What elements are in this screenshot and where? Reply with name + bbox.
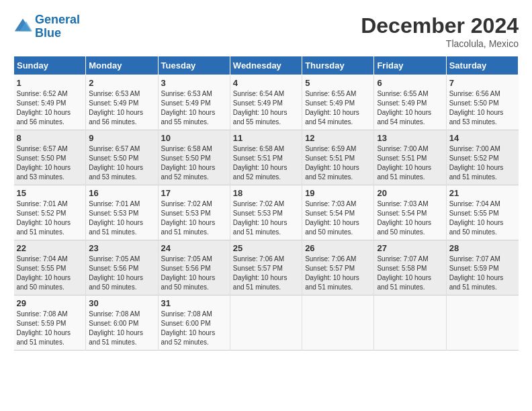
calendar-day-cell xyxy=(230,295,302,351)
calendar-week-row: 22Sunrise: 7:04 AMSunset: 5:55 PMDayligh… xyxy=(14,240,519,295)
calendar-day-cell: 18Sunrise: 7:02 AMSunset: 5:53 PMDayligh… xyxy=(230,185,302,240)
day-number: 2 xyxy=(89,78,154,88)
day-info: Sunrise: 6:58 AMSunset: 5:50 PMDaylight:… xyxy=(161,144,227,182)
calendar-day-cell: 10Sunrise: 6:58 AMSunset: 5:50 PMDayligh… xyxy=(158,130,230,185)
location: Tlacolula, Mexico xyxy=(361,38,519,49)
calendar-day-cell: 9Sunrise: 6:57 AMSunset: 5:50 PMDaylight… xyxy=(86,130,158,185)
calendar-day-cell: 3Sunrise: 6:53 AMSunset: 5:49 PMDaylight… xyxy=(158,75,230,130)
day-info: Sunrise: 7:04 AMSunset: 5:55 PMDaylight:… xyxy=(449,199,516,237)
day-info: Sunrise: 6:54 AMSunset: 5:49 PMDaylight:… xyxy=(233,89,299,127)
logo-text: General Blue xyxy=(35,13,80,40)
day-info: Sunrise: 7:02 AMSunset: 5:53 PMDaylight:… xyxy=(161,199,227,237)
day-info: Sunrise: 7:08 AMSunset: 6:00 PMDaylight:… xyxy=(161,310,227,347)
day-info: Sunrise: 7:08 AMSunset: 6:00 PMDaylight:… xyxy=(89,310,154,347)
day-info: Sunrise: 7:00 AMSunset: 5:51 PMDaylight:… xyxy=(377,144,443,182)
day-number: 9 xyxy=(89,133,154,143)
day-info: Sunrise: 6:55 AMSunset: 5:49 PMDaylight:… xyxy=(305,89,371,127)
day-number: 12 xyxy=(305,133,371,143)
header-tuesday: Tuesday xyxy=(158,56,230,75)
day-info: Sunrise: 6:53 AMSunset: 5:49 PMDaylight:… xyxy=(161,89,227,127)
calendar-day-cell: 17Sunrise: 7:02 AMSunset: 5:53 PMDayligh… xyxy=(158,185,230,240)
logo: General Blue xyxy=(13,13,80,40)
calendar-day-cell: 19Sunrise: 7:03 AMSunset: 5:54 PMDayligh… xyxy=(302,185,374,240)
calendar-day-cell: 26Sunrise: 7:06 AMSunset: 5:57 PMDayligh… xyxy=(302,240,374,295)
calendar-day-cell: 4Sunrise: 6:54 AMSunset: 5:49 PMDaylight… xyxy=(230,75,302,130)
calendar-day-cell xyxy=(302,295,374,351)
day-number: 30 xyxy=(89,298,154,308)
day-info: Sunrise: 7:05 AMSunset: 5:56 PMDaylight:… xyxy=(89,255,154,292)
calendar-day-cell: 1Sunrise: 6:52 AMSunset: 5:49 PMDaylight… xyxy=(14,75,86,130)
title-block: December 2024 Tlacolula, Mexico xyxy=(361,13,519,49)
day-number: 17 xyxy=(161,188,227,198)
logo-icon xyxy=(13,17,32,36)
page-header: General Blue December 2024 Tlacolula, Me… xyxy=(13,13,519,49)
calendar-day-cell xyxy=(374,295,446,351)
calendar-day-cell xyxy=(446,295,518,351)
day-info: Sunrise: 7:04 AMSunset: 5:55 PMDaylight:… xyxy=(17,255,83,292)
day-number: 14 xyxy=(449,133,516,143)
calendar-day-cell: 11Sunrise: 6:58 AMSunset: 5:51 PMDayligh… xyxy=(230,130,302,185)
day-info: Sunrise: 7:02 AMSunset: 5:53 PMDaylight:… xyxy=(233,199,299,237)
calendar-day-cell: 24Sunrise: 7:05 AMSunset: 5:56 PMDayligh… xyxy=(158,240,230,295)
calendar-day-cell: 21Sunrise: 7:04 AMSunset: 5:55 PMDayligh… xyxy=(446,185,518,240)
day-number: 27 xyxy=(377,243,443,253)
header-monday: Monday xyxy=(86,56,158,75)
day-number: 31 xyxy=(161,298,227,308)
day-number: 28 xyxy=(449,243,516,253)
day-number: 3 xyxy=(161,78,227,88)
day-number: 15 xyxy=(17,188,83,198)
day-info: Sunrise: 6:55 AMSunset: 5:49 PMDaylight:… xyxy=(377,89,443,127)
day-info: Sunrise: 7:03 AMSunset: 5:54 PMDaylight:… xyxy=(377,199,443,237)
day-info: Sunrise: 6:59 AMSunset: 5:51 PMDaylight:… xyxy=(305,144,371,182)
calendar-day-cell: 16Sunrise: 7:01 AMSunset: 5:53 PMDayligh… xyxy=(86,185,158,240)
day-info: Sunrise: 7:03 AMSunset: 5:54 PMDaylight:… xyxy=(305,199,371,237)
day-info: Sunrise: 7:07 AMSunset: 5:58 PMDaylight:… xyxy=(377,255,443,292)
calendar-day-cell: 29Sunrise: 7:08 AMSunset: 5:59 PMDayligh… xyxy=(14,295,86,351)
day-info: Sunrise: 6:57 AMSunset: 5:50 PMDaylight:… xyxy=(89,144,154,182)
day-info: Sunrise: 6:57 AMSunset: 5:50 PMDaylight:… xyxy=(17,144,83,182)
day-number: 20 xyxy=(377,188,443,198)
day-info: Sunrise: 7:05 AMSunset: 5:56 PMDaylight:… xyxy=(161,255,227,292)
day-number: 1 xyxy=(17,78,83,88)
header-thursday: Thursday xyxy=(302,56,374,75)
day-number: 7 xyxy=(449,78,516,88)
calendar-day-cell: 12Sunrise: 6:59 AMSunset: 5:51 PMDayligh… xyxy=(302,130,374,185)
calendar-day-cell: 22Sunrise: 7:04 AMSunset: 5:55 PMDayligh… xyxy=(14,240,86,295)
day-number: 10 xyxy=(161,133,227,143)
calendar-day-cell: 23Sunrise: 7:05 AMSunset: 5:56 PMDayligh… xyxy=(86,240,158,295)
calendar-table: Sunday Monday Tuesday Wednesday Thursday… xyxy=(13,56,519,351)
day-info: Sunrise: 7:08 AMSunset: 5:59 PMDaylight:… xyxy=(17,310,83,347)
calendar-day-cell: 6Sunrise: 6:55 AMSunset: 5:49 PMDaylight… xyxy=(374,75,446,130)
calendar-week-row: 1Sunrise: 6:52 AMSunset: 5:49 PMDaylight… xyxy=(14,75,519,130)
day-info: Sunrise: 7:00 AMSunset: 5:52 PMDaylight:… xyxy=(449,144,516,182)
day-number: 11 xyxy=(233,133,299,143)
day-number: 18 xyxy=(233,188,299,198)
calendar-day-cell: 27Sunrise: 7:07 AMSunset: 5:58 PMDayligh… xyxy=(374,240,446,295)
calendar-day-cell: 30Sunrise: 7:08 AMSunset: 6:00 PMDayligh… xyxy=(86,295,158,351)
day-number: 22 xyxy=(17,243,83,253)
calendar-week-row: 8Sunrise: 6:57 AMSunset: 5:50 PMDaylight… xyxy=(14,130,519,185)
calendar-day-cell: 20Sunrise: 7:03 AMSunset: 5:54 PMDayligh… xyxy=(374,185,446,240)
calendar-day-cell: 25Sunrise: 7:06 AMSunset: 5:57 PMDayligh… xyxy=(230,240,302,295)
day-info: Sunrise: 6:56 AMSunset: 5:50 PMDaylight:… xyxy=(449,89,516,127)
day-info: Sunrise: 6:52 AMSunset: 5:49 PMDaylight:… xyxy=(17,89,83,127)
day-info: Sunrise: 7:01 AMSunset: 5:52 PMDaylight:… xyxy=(17,199,83,237)
day-number: 6 xyxy=(377,78,443,88)
day-info: Sunrise: 7:07 AMSunset: 5:59 PMDaylight:… xyxy=(449,255,516,292)
calendar-day-cell: 31Sunrise: 7:08 AMSunset: 6:00 PMDayligh… xyxy=(158,295,230,351)
calendar-day-cell: 2Sunrise: 6:53 AMSunset: 5:49 PMDaylight… xyxy=(86,75,158,130)
calendar-day-cell: 5Sunrise: 6:55 AMSunset: 5:49 PMDaylight… xyxy=(302,75,374,130)
day-number: 26 xyxy=(305,243,371,253)
day-number: 21 xyxy=(449,188,516,198)
header-saturday: Saturday xyxy=(446,56,518,75)
day-info: Sunrise: 7:01 AMSunset: 5:53 PMDaylight:… xyxy=(89,199,154,237)
day-info: Sunrise: 7:06 AMSunset: 5:57 PMDaylight:… xyxy=(305,255,371,292)
day-number: 23 xyxy=(89,243,154,253)
day-number: 13 xyxy=(377,133,443,143)
calendar-day-cell: 8Sunrise: 6:57 AMSunset: 5:50 PMDaylight… xyxy=(14,130,86,185)
day-number: 29 xyxy=(17,298,83,308)
day-number: 24 xyxy=(161,243,227,253)
header-sunday: Sunday xyxy=(14,56,86,75)
day-number: 8 xyxy=(17,133,83,143)
day-number: 19 xyxy=(305,188,371,198)
